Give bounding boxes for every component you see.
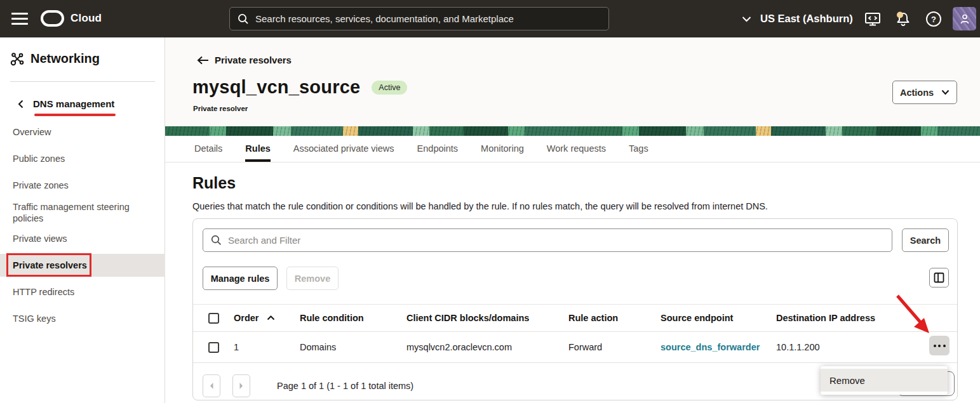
sidebar-divider: [10, 81, 155, 82]
row-checkbox[interactable]: [208, 342, 219, 353]
oracle-logo-icon: [41, 10, 64, 27]
help-icon[interactable]: ?: [922, 0, 945, 37]
column-rule-action[interactable]: Rule action: [568, 313, 661, 323]
menu-item-remove[interactable]: Remove: [821, 369, 948, 392]
actions-button[interactable]: Actions: [892, 81, 957, 104]
manage-rules-button[interactable]: Manage rules: [203, 267, 278, 290]
decorative-banner: [165, 126, 980, 136]
user-avatar[interactable]: [953, 7, 976, 30]
cell-rule-action: Forward: [568, 342, 661, 352]
select-all-checkbox[interactable]: [208, 313, 219, 324]
page-title: mysql_vcn_source: [192, 77, 360, 98]
manage-columns-button[interactable]: [929, 268, 949, 287]
oci-console-page: Cloud US East (Ashburn) ?: [0, 0, 980, 403]
sidebar-item-overview[interactable]: Overview: [0, 121, 165, 143]
next-page-button[interactable]: [232, 374, 250, 397]
brand-logo[interactable]: Cloud: [41, 10, 102, 27]
svg-text:?: ?: [931, 15, 936, 24]
tab-rules[interactable]: Rules: [245, 136, 271, 162]
tab-work-requests[interactable]: Work requests: [547, 136, 606, 162]
search-icon: [238, 13, 249, 25]
chevron-down-icon: [941, 89, 950, 95]
brand-label: Cloud: [70, 12, 102, 25]
sidebar-item-public-zones[interactable]: Public zones: [0, 147, 165, 170]
sidebar: Networking DNS management Overview Publi…: [0, 37, 165, 403]
sidebar-title: Networking: [10, 51, 100, 66]
tab-associated-private-views[interactable]: Associated private views: [293, 136, 394, 162]
rules-description: Queries that match the rule condition or…: [192, 201, 768, 211]
column-rule-condition[interactable]: Rule condition: [300, 313, 406, 323]
search-icon: [211, 235, 222, 246]
table-row: 1 Domains mysqlvcn2.oraclevcn.com Forwar…: [193, 332, 957, 363]
filter-search-input[interactable]: [228, 235, 884, 246]
previous-page-button[interactable]: [203, 374, 220, 397]
back-link-label: Private resolvers: [215, 55, 292, 65]
cell-client-cidr: mysqlvcn2.oraclevcn.com: [406, 342, 568, 352]
cloud-shell-icon[interactable]: [861, 0, 884, 37]
chevron-left-icon: [18, 100, 23, 109]
column-source-endpoint[interactable]: Source endpoint: [661, 313, 776, 323]
filter-search-bar[interactable]: [203, 228, 892, 252]
tab-endpoints[interactable]: Endpoints: [417, 136, 459, 162]
tab-tags[interactable]: Tags: [629, 136, 648, 162]
sidebar-item-private-resolvers[interactable]: Private resolvers: [0, 254, 165, 277]
networking-icon: [10, 52, 24, 66]
remove-button-disabled[interactable]: Remove: [286, 267, 339, 290]
search-button[interactable]: Search: [902, 228, 949, 252]
region-selector[interactable]: US East (Ashburn): [742, 0, 853, 37]
sort-ascending-icon[interactable]: [267, 315, 275, 320]
row-actions-menu: Remove: [821, 366, 948, 395]
table-header-row: Order Rule condition Client CIDR blocks/…: [193, 304, 957, 332]
sidebar-title-label: Networking: [30, 51, 100, 66]
chevron-down-icon: [742, 16, 751, 22]
arrow-left-icon: [197, 56, 209, 65]
columns-icon: [934, 272, 944, 283]
chevron-right-icon: [239, 382, 244, 390]
source-endpoint-link[interactable]: source_dns_forwarder: [661, 342, 760, 352]
chevron-left-icon: [209, 382, 214, 390]
main-content: Private resolvers mysql_vcn_source Activ…: [165, 37, 980, 403]
global-search-input[interactable]: [255, 13, 601, 24]
tab-details[interactable]: Details: [194, 136, 222, 162]
tab-bar: Details Rules Associated private views E…: [165, 136, 980, 162]
sidebar-item-private-zones[interactable]: Private zones: [0, 174, 165, 197]
resource-type-label: Private resolver: [193, 105, 248, 112]
global-search-bar[interactable]: [229, 7, 609, 30]
sidebar-section-label: DNS management: [33, 98, 114, 109]
cell-rule-condition: Domains: [300, 342, 406, 352]
tab-monitoring[interactable]: Monitoring: [481, 136, 524, 162]
sidebar-item-http-redirects[interactable]: HTTP redirects: [0, 281, 165, 303]
row-actions-menu-button[interactable]: [929, 336, 950, 355]
sidebar-section-back[interactable]: DNS management: [18, 98, 114, 109]
sidebar-item-private-views[interactable]: Private views: [0, 227, 165, 250]
column-destination-ip[interactable]: Destination IP address: [776, 313, 894, 323]
cell-order: 1: [234, 342, 239, 352]
resource-header: Private resolvers mysql_vcn_source Activ…: [165, 37, 980, 126]
actions-button-label: Actions: [900, 88, 934, 98]
back-link[interactable]: Private resolvers: [197, 55, 292, 65]
pagination-label: Page 1 of 1 (1 - 1 of 1 total items): [277, 381, 413, 391]
hamburger-menu-icon[interactable]: [11, 13, 28, 25]
column-order[interactable]: Order: [234, 313, 259, 323]
sidebar-item-tsig-keys[interactable]: TSIG keys: [0, 307, 165, 330]
region-label: US East (Ashburn): [760, 13, 853, 25]
sidebar-item-traffic-management[interactable]: Traffic management steering policies: [0, 196, 165, 229]
column-client-cidr[interactable]: Client CIDR blocks/domains: [406, 313, 568, 323]
annotation-red-underline: [34, 114, 116, 116]
rules-heading: Rules: [192, 174, 236, 192]
top-navigation-bar: Cloud US East (Ashburn) ?: [0, 0, 980, 37]
cell-destination-ip: 10.1.1.200: [776, 342, 894, 352]
notifications-bell-icon[interactable]: [892, 0, 915, 37]
status-badge: Active: [372, 81, 407, 95]
